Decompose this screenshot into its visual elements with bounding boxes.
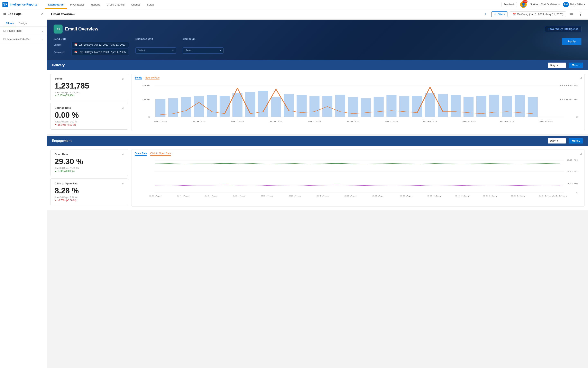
engagement-period-select[interactable]: Daily ▾: [548, 138, 566, 144]
click-to-open-rate-filter-icon[interactable]: ⊿: [121, 182, 124, 185]
calendar-icon: 📅: [513, 13, 516, 16]
open-rate-compare: (Last 30 Days: 29.29 %): [55, 167, 124, 169]
business-unit-placeholder: Select..: [138, 49, 146, 52]
nav-tab-dashboards[interactable]: Dashboards: [45, 1, 67, 9]
svg-rect-6: [194, 96, 204, 117]
chart-tab-click-to-open[interactable]: Click to Open Rate: [150, 152, 171, 156]
delivery-title: Delivery: [52, 63, 64, 67]
bounce-rate-value: 0.00 %: [55, 111, 124, 120]
current-date-input[interactable]: 📅 Last 30 Days (Apr 12, 2023 - May 11, 2…: [72, 42, 129, 48]
sidebar-tab-design[interactable]: Design: [16, 20, 29, 26]
business-unit-select[interactable]: Select.. ▾: [135, 47, 176, 54]
bounce-rate-change: ▼ 15.39% (0.00 %): [55, 123, 124, 126]
sends-filter-icon[interactable]: ⊿: [121, 77, 124, 80]
svg-rect-11: [258, 91, 268, 117]
app-logo[interactable]: SF Intelligence Reports: [2, 2, 43, 7]
delivery-chart-svg-container: 40k 20k 0 0.016 % 0.008 % 0: [135, 82, 581, 127]
campaign-placeholder: Select..: [185, 49, 194, 52]
more-options-button[interactable]: ⋮: [577, 11, 584, 18]
engagement-chart-filter-icon[interactable]: ⊿: [580, 152, 582, 155]
preview-button[interactable]: 👁: [568, 11, 575, 18]
y-label-0-right: 0: [576, 116, 579, 118]
nav-tab-crosschannel[interactable]: Cross-Channel: [104, 1, 128, 9]
engagement-chart-tabs: Open Rate Click to Open Rate: [135, 152, 581, 156]
add-widget-button[interactable]: +: [482, 11, 489, 18]
page-filters-label: Page Filters: [7, 29, 21, 32]
compare-to-label: Compare to: [54, 51, 70, 53]
x-label-6: Apr'23: [385, 120, 398, 122]
svg-rect-29: [489, 95, 499, 117]
bounce-rate-metric-card: Bounce Rate ⊿ 0.00 % (Last 30 Days: 0.00…: [50, 103, 128, 130]
org-selector[interactable]: Northern Trail Outfitters ▾: [530, 3, 560, 6]
engagement-period-value: Daily: [550, 139, 555, 142]
org-chevron-icon: ▾: [558, 3, 560, 6]
svg-rect-7: [207, 95, 217, 117]
business-unit-label: Business Unit: [135, 38, 176, 40]
nav-tab-setup[interactable]: Setup: [144, 1, 157, 9]
x-eng-label-8: 28 Apr: [372, 195, 385, 197]
compare-date-value: Last 30 Days (Mar 13, 2023 - Apr 11, 202…: [79, 51, 126, 54]
send-date-label: Send Date: [54, 38, 129, 40]
open-rate-card-title: Open Rate ⊿: [55, 153, 124, 156]
nav-right-area: Feedback 👤 99+ Northern Trail Outfitters…: [502, 1, 586, 8]
compare-date-input[interactable]: 📅 Last 30 Days (Mar 13, 2023 - Apr 11, 2…: [72, 49, 129, 55]
current-date-row: Current 📅 Last 30 Days (Apr 12, 2023 - M…: [54, 42, 129, 48]
svg-rect-26: [450, 95, 461, 117]
chart-tab-sends[interactable]: Sends: [135, 76, 142, 80]
user-avatar: BM: [563, 2, 569, 7]
chart-filter-icon[interactable]: ⊿: [580, 76, 582, 80]
svg-rect-32: [528, 97, 538, 117]
feedback-button[interactable]: Feedback: [502, 2, 517, 7]
filters-button[interactable]: ⊿ Filters: [491, 11, 507, 17]
salesforce-icon: SF: [2, 2, 8, 7]
engagement-period-chevron: ▾: [557, 139, 558, 142]
engagement-more-button[interactable]: More...: [569, 138, 583, 144]
open-rate-filter-icon[interactable]: ⊿: [121, 153, 124, 156]
x-eng-label-7: 26 Apr: [344, 195, 357, 197]
user-name: Blake Miller: [570, 3, 583, 6]
x-eng-label-2: 16 Apr: [205, 195, 218, 197]
nav-tab-pivot[interactable]: Pivot Tables: [67, 1, 88, 9]
delivery-more-button[interactable]: More...: [569, 63, 583, 68]
date-filter-rows: Current 📅 Last 30 Days (Apr 12, 2023 - M…: [54, 42, 129, 55]
chart-tab-open-rate[interactable]: Open Rate: [135, 152, 147, 156]
x-label-8: May'23: [461, 120, 476, 122]
sidebar-section-interactive-filterset[interactable]: ⊟ Interactive FilterSet ⌄: [0, 35, 47, 43]
nav-tab-reports[interactable]: Reports: [88, 1, 104, 9]
date-range-button[interactable]: 📅 On Going (Jan 1, 2019 - May 11, 2023): [510, 11, 566, 17]
sidebar-close-button[interactable]: ✕: [41, 12, 44, 16]
filter-actions: Apply: [562, 38, 581, 45]
delivery-period-select[interactable]: Daily ▾: [548, 63, 566, 68]
click-to-open-rate-card-title: Click to Open Rate ⊿: [55, 182, 124, 185]
campaign-filter-group: Campaign Select.. ▾: [183, 38, 224, 54]
notification-count: 99+: [523, 0, 527, 3]
delivery-chart-svg: 40k 20k 0 0.016 % 0.008 % 0: [135, 82, 581, 127]
nav-tab-queries[interactable]: Queries: [128, 1, 144, 9]
engagement-section: Engagement Daily ▾ More... Open Rate: [47, 136, 588, 210]
current-label: Current: [54, 44, 70, 46]
x-eng-label-14: 10 May: [539, 195, 554, 197]
sidebar-tab-filters[interactable]: Filters: [3, 20, 16, 26]
delivery-metrics-left: Sends ⊿ 1,231,785 (Last 30 Days: 1,156,8…: [50, 74, 128, 131]
x-label-1: Apr'23: [193, 120, 205, 122]
x-eng-label-3: 18 Apr: [233, 195, 246, 197]
email-title-area: ✉ Email Overview: [54, 25, 98, 34]
apply-button[interactable]: Apply: [562, 38, 581, 45]
more-icon: ⋮: [579, 12, 582, 17]
x-eng-label-11: 04 May: [455, 195, 470, 197]
bounce-rate-filter-icon[interactable]: ⊿: [121, 106, 124, 109]
bar-group: [155, 91, 538, 117]
sidebar-section-page-filters[interactable]: ⊟ Page Filters ⌄: [0, 27, 47, 35]
user-selector[interactable]: BM Blake Miller ▾: [563, 2, 586, 7]
bounce-rate-title: Bounce Rate: [55, 106, 71, 109]
engagement-section-header: Engagement Daily ▾ More...: [47, 136, 588, 146]
notification-badge[interactable]: 👤 99+: [520, 1, 527, 8]
chart-tab-bounce-rate[interactable]: Bounce Rate: [145, 76, 159, 80]
svg-rect-21: [386, 95, 396, 117]
bounce-rate-compare: (Last 30 Days: 0.00 %): [55, 120, 124, 123]
y-label-0-left: 0: [148, 116, 150, 118]
svg-rect-5: [181, 97, 191, 117]
svg-rect-15: [309, 96, 319, 117]
svg-rect-22: [399, 96, 409, 117]
campaign-select[interactable]: Select.. ▾: [183, 47, 224, 54]
